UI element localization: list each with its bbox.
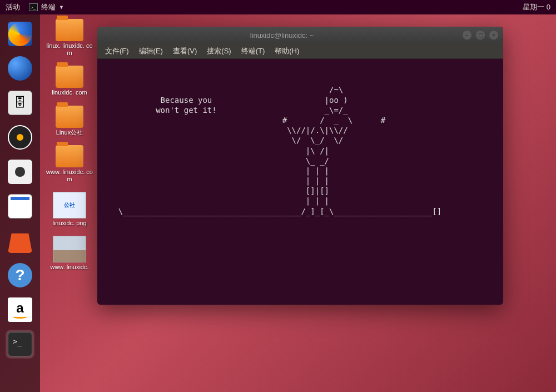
app-menu[interactable]: >_ 终端 ▼	[29, 2, 64, 12]
dock-software[interactable]	[6, 227, 34, 255]
folder-icon	[56, 19, 83, 41]
dock-terminal[interactable]	[6, 330, 34, 358]
desktop-icon-label: www. linuxidc.	[50, 264, 88, 271]
close-button[interactable]: ×	[489, 30, 499, 40]
dock-camera[interactable]	[6, 158, 34, 186]
image-thumbnail	[53, 236, 86, 262]
dock-rhythmbox[interactable]	[6, 123, 34, 151]
dock-files[interactable]: 🗄	[6, 89, 34, 117]
terminal-window: linuxidc@linuxidc: ~ − ▢ × 文件(F) 编辑(E) 查…	[97, 27, 503, 305]
panel-right: 星期一 0	[523, 2, 550, 12]
camera-icon	[8, 160, 32, 184]
desktop: linux. linuxidc. com linuxidc. com Linux…	[44, 17, 95, 274]
firefox-icon	[8, 22, 32, 46]
desktop-folder-1[interactable]: linux. linuxidc. com	[44, 17, 95, 59]
window-title: linuxidc@linuxidc: ~	[102, 31, 462, 39]
dock-thunderbird[interactable]	[6, 54, 34, 82]
desktop-image-2[interactable]: www. linuxidc.	[44, 234, 95, 273]
app-menu-label: 终端	[41, 2, 56, 12]
rhythmbox-icon	[8, 125, 32, 150]
dock-amazon[interactable]: a	[6, 296, 34, 324]
menu-file[interactable]: 文件(F)	[101, 44, 133, 58]
desktop-icon-label: linux. linuxidc. com	[45, 42, 94, 57]
desktop-icon-label: linuxidc. png	[52, 220, 86, 227]
terminal-icon	[8, 332, 32, 356]
terminal-menubar: 文件(F) 编辑(E) 查看(V) 搜索(S) 终端(T) 帮助(H)	[97, 43, 503, 59]
desktop-folder-4[interactable]: www. linuxidc. com	[44, 143, 95, 185]
menu-view[interactable]: 查看(V)	[168, 44, 201, 58]
terminal-icon: >_	[29, 3, 38, 11]
dock-firefox[interactable]	[6, 20, 34, 48]
menu-search[interactable]: 搜索(S)	[202, 44, 235, 58]
writer-icon	[8, 194, 32, 219]
dock-help[interactable]: ?	[6, 261, 34, 289]
files-icon: 🗄	[8, 91, 32, 115]
desktop-icon-label: linuxidc. com	[52, 89, 87, 96]
window-titlebar[interactable]: linuxidc@linuxidc: ~ − ▢ ×	[97, 27, 503, 43]
menu-edit[interactable]: 编辑(E)	[135, 44, 167, 58]
clock[interactable]: 星期一 0	[523, 2, 550, 12]
terminal-output[interactable]: /~\ Because you |oo ) won't get it! _\=/…	[97, 59, 503, 305]
folder-icon	[56, 106, 83, 128]
desktop-folder-3[interactable]: Linux公社	[44, 103, 95, 138]
desktop-icon-label: Linux公社	[56, 129, 83, 136]
top-panel: 活动 >_ 终端 ▼ 星期一 0	[0, 0, 556, 14]
help-icon: ?	[8, 263, 32, 287]
maximize-button[interactable]: ▢	[475, 30, 485, 40]
software-icon	[8, 229, 32, 253]
image-thumbnail: 公社	[53, 192, 86, 219]
dock: 🗄 ? a	[0, 14, 40, 392]
amazon-icon: a	[8, 297, 32, 322]
folder-icon	[56, 66, 83, 88]
activities-button[interactable]: 活动	[6, 2, 20, 12]
desktop-folder-2[interactable]: linuxidc. com	[44, 63, 95, 98]
menu-terminal[interactable]: 终端(T)	[237, 44, 270, 58]
window-controls: − ▢ ×	[462, 30, 499, 40]
minimize-button[interactable]: −	[462, 30, 472, 40]
thunderbird-icon	[8, 56, 32, 81]
folder-icon	[56, 145, 83, 167]
desktop-icon-label: www. linuxidc. com	[45, 168, 94, 183]
chevron-down-icon: ▼	[59, 4, 64, 10]
dock-writer[interactable]	[6, 192, 34, 220]
desktop-image-1[interactable]: 公社 linuxidc. png	[44, 190, 95, 229]
menu-help[interactable]: 帮助(H)	[270, 44, 304, 58]
